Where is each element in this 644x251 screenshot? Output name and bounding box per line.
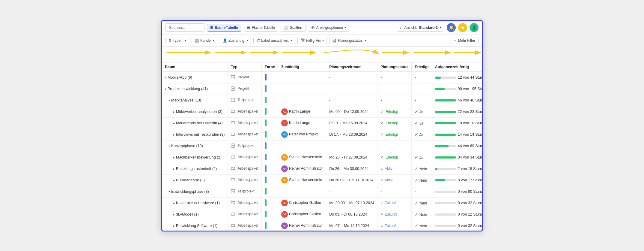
expand-icon[interactable]: ▾ xyxy=(168,190,170,193)
cell-zustaendig: KLKatrin Lange xyxy=(278,117,326,129)
cell-typ: Arbeitspaket xyxy=(228,152,261,163)
table-row[interactable]: ▾Marktanalyse (13)Teilprojekt--- 46 von … xyxy=(162,95,482,106)
expand-icon[interactable]: ▸ xyxy=(173,179,175,182)
table-row[interactable]: ▸Mobile-App (6)Projekt--- 12 von 44 Stun… xyxy=(162,72,482,83)
expand-icon[interactable]: ▾ xyxy=(168,99,170,102)
cell-baum: ▾Konzeptphase (10) xyxy=(162,140,228,152)
cell-zustaendig: SNSvenja Nassenstein xyxy=(278,152,326,163)
view-selector[interactable]: ⇄ Ansicht: Standard-2 ▾ xyxy=(397,24,444,32)
table-row[interactable]: ▸Markttrends bei LinkedIn (4)Arbeitspake… xyxy=(162,117,482,129)
cell-erledigt: ✔ Ja xyxy=(412,106,432,117)
table-row[interactable]: ▸Konstruktion Hardware (1)ArbeitspaketCG… xyxy=(162,197,482,209)
expand-icon[interactable]: ▸ xyxy=(173,213,175,216)
filter-typen[interactable]: ⊞ Typen: ▾ xyxy=(165,37,189,44)
btn-spalten[interactable]: ⬜ Spalten xyxy=(281,24,306,32)
table-row[interactable]: ▾Entwicklungsphase (8)Teilprojekt--- 0 v… xyxy=(162,186,482,197)
teilprojekt-icon xyxy=(231,144,235,148)
table-row[interactable]: ▸Machbarkeitsbewertung (2)ArbeitspaketSN… xyxy=(162,152,482,163)
cell-erledigt: - xyxy=(412,83,432,95)
expand-icon[interactable]: ▸ xyxy=(165,76,166,79)
cell-aufgabenzeit: 8 von 17 Stunden xyxy=(432,174,482,186)
table-row[interactable]: ▸Risikoanalyse (3)ArbeitspaketSNSvenja N… xyxy=(162,174,482,186)
progress-bar-fill xyxy=(435,99,456,101)
cell-planungsstatus: - xyxy=(377,95,412,106)
col-typ[interactable]: Typ xyxy=(228,62,261,72)
table-row[interactable]: ▸Mitbewerber analysieren (3)Arbeitspaket… xyxy=(162,106,482,117)
active-icon: ≡ xyxy=(380,178,383,182)
projekt-icon xyxy=(231,75,235,79)
notification-bell-icon[interactable]: 🔔 xyxy=(447,23,456,32)
progress-bar-fill xyxy=(435,179,445,181)
expand-icon[interactable]: ▸ xyxy=(173,201,175,205)
cell-erledigt: ✔ Ja xyxy=(412,117,432,129)
cell-zustaendig: KLKatrin Lange xyxy=(278,106,326,117)
cell-erledigt: ✗ Nein xyxy=(412,197,432,209)
filter-zustaendig[interactable]: 👤 Zuständig: ▾ xyxy=(220,37,251,44)
btn-flache-tabelle[interactable]: ☰ Flache Tabelle xyxy=(244,24,278,32)
chevron-down-icon: ▾ xyxy=(291,39,292,42)
progress-text: 8 von 17 Stunden xyxy=(458,178,482,182)
expand-icon[interactable]: ▸ xyxy=(173,167,175,171)
expand-icon[interactable]: ▸ xyxy=(173,224,175,228)
more-filter-button[interactable]: → Mehr Filter xyxy=(450,37,479,44)
cell-baum: ▸Markttrends bei LinkedIn (4) xyxy=(162,117,228,129)
cell-baum: ▸Mobile-App (6) xyxy=(162,72,228,83)
filter-label[interactable]: 🏷 Label auswählen: ▾ xyxy=(253,37,295,44)
filter-kunde[interactable]: 🏢 Kunde: ▾ xyxy=(192,37,217,44)
cell-baum: ▸Entwicklung Software (1) xyxy=(162,220,228,231)
expand-icon[interactable]: ▸ xyxy=(173,110,175,113)
cell-planungszeitraum: - xyxy=(326,186,377,197)
filter-planungsstatus[interactable]: 📊 Planungsstatus: ▾ xyxy=(329,37,369,44)
cell-baum: ▾Entwicklungsphase (8) xyxy=(162,186,228,197)
table-header-row: Baum Typ Farbe Zuständig Planungszeitrau… xyxy=(162,62,482,72)
progress-bar-bg xyxy=(435,225,456,227)
cell-planungszeitraum: Mo 09. - Do 12.09.2024 xyxy=(326,106,377,117)
progress-bar-fill xyxy=(435,111,456,113)
svg-rect-13 xyxy=(231,122,235,124)
filter-bar: ⊞ Typen: ▾ 🏢 Kunde: ▾ 👤 Zuständig: ▾ 🏷 L… xyxy=(162,35,482,47)
cell-farbe xyxy=(261,106,278,117)
expand-icon[interactable]: ▾ xyxy=(165,87,166,91)
table-row[interactable]: ▸Erstellung Lastenheft (2)ArbeitspaketRA… xyxy=(162,163,482,174)
teilprojekt-icon xyxy=(231,189,235,193)
cell-baum: ▸Konstruktion Hardware (1) xyxy=(162,197,228,209)
cell-typ: Arbeitspaket xyxy=(228,209,261,220)
col-planungsstatus[interactable]: Planungsstatus xyxy=(377,62,412,72)
arbeitspaket-icon xyxy=(231,109,235,113)
btn-baum-tabelle[interactable]: ⊞ Baum-Tabelle xyxy=(207,24,241,32)
col-zustaendig[interactable]: Zuständig xyxy=(278,62,326,72)
table-row[interactable]: ▾Produktentwicklung (41)Projekt--- 90 vo… xyxy=(162,83,482,95)
expand-icon[interactable]: ▾ xyxy=(168,144,170,148)
table-row[interactable]: ▸Entwicklung Software (1)ArbeitspaketRAR… xyxy=(162,220,482,231)
col-farbe[interactable]: Farbe xyxy=(261,62,278,72)
col-erledigt[interactable]: Erledigt xyxy=(412,62,432,72)
col-planungszeitraum[interactable]: Planungszeitraum xyxy=(326,62,377,72)
col-baum[interactable]: Baum xyxy=(162,62,228,72)
search-input[interactable] xyxy=(165,23,204,32)
check-circle-icon: ✔ xyxy=(380,132,383,137)
expand-icon[interactable]: ▸ xyxy=(173,122,175,125)
cross-icon: ✗ xyxy=(415,212,418,217)
progress-bar-fill xyxy=(435,77,441,79)
cell-erledigt: ✗ Nein xyxy=(412,209,432,220)
user-icon[interactable]: 👤 xyxy=(470,23,479,32)
cell-planungsstatus: ≡Zukunft xyxy=(377,220,412,231)
table-row[interactable]: ▸3D-Modell (1)ArbeitspaketCGChristopher … xyxy=(162,209,482,220)
cell-planungsstatus: ≡Aktiv xyxy=(377,174,412,186)
cell-zustaendig: RAReiner Administrator xyxy=(278,220,326,231)
svg-line-5 xyxy=(324,51,340,53)
table-row[interactable]: ▸Interviews mit Testkunden (3)Arbeitspak… xyxy=(162,129,482,140)
expand-icon[interactable]: ▸ xyxy=(173,133,175,136)
cell-zustaendig: CGChristopher Galileo xyxy=(278,197,326,209)
color-indicator xyxy=(265,165,267,172)
btn-anzeige[interactable]: 👁 Anzeigeoptionen ▾ xyxy=(308,24,349,32)
chevron-down-icon: ▾ xyxy=(322,39,324,42)
table-row[interactable]: ▾Konzeptphase (10)Teilprojekt--- 44 von … xyxy=(162,140,482,152)
expand-icon[interactable]: ▸ xyxy=(173,156,175,159)
col-aufgabenzeit[interactable]: Aufgabenzeit fertig xyxy=(432,62,482,72)
cell-aufgabenzeit: 44 von 69 Stunden xyxy=(432,140,482,152)
check-icon: ✔ xyxy=(415,155,418,160)
progress-bar-fill xyxy=(435,168,437,170)
filter-faellig[interactable]: 📅 Fällig Am ▾ xyxy=(297,37,327,44)
star-icon[interactable]: ★ xyxy=(458,23,467,32)
